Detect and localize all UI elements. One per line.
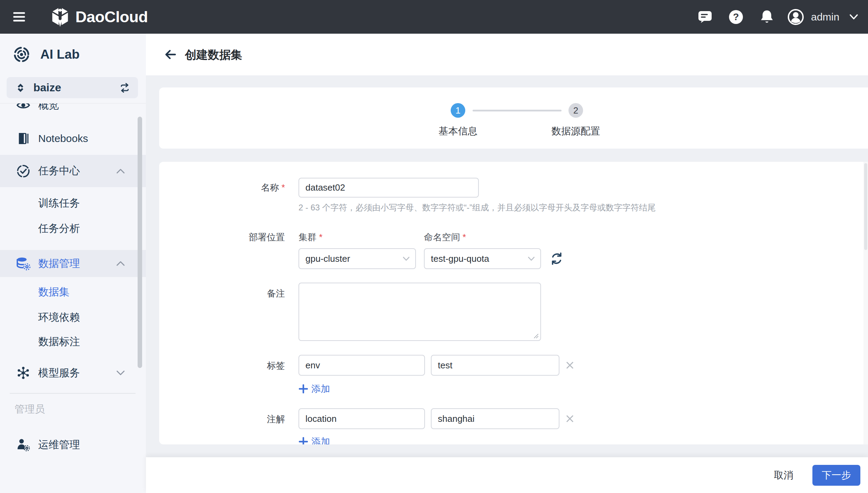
- wizard-footer: 取消 下一步: [146, 457, 868, 493]
- chevron-up-icon: [116, 261, 125, 266]
- label-key-input[interactable]: [298, 355, 425, 376]
- product-name: AI Lab: [40, 47, 80, 62]
- chevron-down-icon: [403, 257, 410, 261]
- create-dataset-form: 名称* 2 - 63 个字符，必须由小写字母、数字字符或“-”组成，并且必须以字…: [159, 162, 868, 444]
- back-button[interactable]: [163, 48, 177, 61]
- label-value-input[interactable]: [431, 355, 559, 376]
- username: admin: [811, 11, 840, 23]
- messages-button[interactable]: [698, 0, 712, 34]
- required-asterisk: *: [319, 232, 322, 242]
- bell-icon: [760, 9, 774, 25]
- annotations-label: 注解: [159, 413, 285, 425]
- ai-lab-icon: [13, 45, 31, 64]
- add-annotation-button[interactable]: 添加: [299, 435, 330, 444]
- name-label: 名称*: [159, 182, 285, 194]
- help-button[interactable]: ?: [728, 0, 744, 34]
- required-asterisk: *: [281, 182, 285, 193]
- svg-text:?: ?: [733, 11, 739, 22]
- workspace-switcher[interactable]: baize: [7, 77, 138, 98]
- chevron-down-icon: [116, 370, 125, 376]
- close-icon: [565, 414, 575, 424]
- workspace-icon: [15, 83, 26, 93]
- refresh-namespace-button[interactable]: [549, 251, 564, 266]
- sidebar-item-overview[interactable]: 概览: [0, 103, 146, 116]
- workspace-name: baize: [33, 81, 119, 94]
- remove-annotation-button[interactable]: [564, 413, 575, 424]
- sidebar-item-data-annotation[interactable]: 数据标注: [0, 332, 146, 351]
- page-header: 创建数据集: [146, 34, 868, 75]
- remark-textarea[interactable]: [298, 283, 541, 341]
- topbar: DaoCloud ?: [0, 0, 868, 34]
- sidebar: AI Lab baize: [0, 34, 146, 493]
- admin-section-label: 管理员: [15, 402, 45, 416]
- ops-management-icon: [16, 437, 31, 452]
- sidebar-item-model-services[interactable]: 模型服务: [0, 358, 146, 387]
- sidebar-divider: [10, 393, 136, 394]
- name-input[interactable]: [298, 178, 479, 198]
- task-center-icon: [16, 164, 31, 178]
- step-1-label: 基本信息: [423, 125, 493, 138]
- sidebar-item-env-dependencies[interactable]: 环境依赖: [0, 308, 146, 327]
- hamburger-menu-icon[interactable]: [13, 12, 25, 22]
- namespace-label: 命名空间*: [424, 231, 466, 243]
- sidebar-item-ops-management[interactable]: 运维管理: [0, 434, 146, 456]
- product-header: AI Lab: [13, 45, 80, 64]
- page-title: 创建数据集: [185, 47, 242, 63]
- help-icon: ?: [728, 9, 744, 25]
- arrow-left-icon: [164, 49, 177, 60]
- step-2-label: 数据源配置: [532, 125, 619, 138]
- brand-name: DaoCloud: [75, 8, 148, 26]
- sidebar-item-task-center[interactable]: 任务中心: [0, 155, 146, 187]
- workspace-swap-icon[interactable]: [119, 83, 130, 93]
- plus-icon: [299, 384, 308, 393]
- step-2-indicator: 2: [568, 103, 583, 118]
- chat-icon: [698, 10, 712, 24]
- required-asterisk: *: [462, 232, 466, 242]
- sidebar-item-datasets[interactable]: 数据集: [0, 283, 146, 301]
- avatar-icon: [787, 9, 804, 25]
- chevron-down-icon: [528, 257, 535, 261]
- model-services-icon: [16, 366, 31, 380]
- annotation-value-input[interactable]: [431, 408, 559, 429]
- notifications-button[interactable]: [760, 0, 774, 34]
- step-connector: [473, 110, 562, 111]
- refresh-icon: [549, 251, 564, 266]
- sidebar-item-notebooks[interactable]: Notebooks: [0, 127, 146, 150]
- sidebar-scrollbar[interactable]: [138, 117, 142, 368]
- deploy-location-label: 部署位置: [159, 231, 285, 243]
- form-scrollbar-track: [863, 162, 868, 444]
- add-label-button[interactable]: 添加: [299, 383, 330, 395]
- sidebar-item-data-management[interactable]: 数据管理: [0, 250, 146, 277]
- namespace-select[interactable]: test-gpu-quota: [424, 248, 541, 269]
- plus-icon: [299, 437, 308, 444]
- chevron-down-icon: [849, 14, 859, 20]
- remove-label-button[interactable]: [564, 360, 575, 371]
- user-menu[interactable]: admin: [787, 0, 859, 34]
- cancel-button[interactable]: 取消: [772, 468, 795, 482]
- next-step-button[interactable]: 下一步: [812, 465, 860, 486]
- eye-icon: [16, 103, 31, 112]
- chevron-up-icon: [116, 168, 125, 174]
- close-icon: [565, 360, 575, 370]
- name-helper-text: 2 - 63 个字符，必须由小写字母、数字字符或“-”组成，并且必须以字母开头及…: [298, 202, 656, 213]
- notebook-icon: [16, 131, 31, 146]
- form-scrollbar-thumb[interactable]: [864, 163, 867, 250]
- labels-label: 标签: [159, 360, 285, 372]
- data-management-icon: [16, 256, 31, 271]
- cluster-select[interactable]: gpu-cluster: [298, 248, 416, 269]
- brand-logo[interactable]: DaoCloud: [50, 0, 148, 34]
- app-root: DaoCloud ?: [0, 0, 868, 493]
- annotation-key-input[interactable]: [298, 408, 425, 429]
- daocloud-cube-icon: [50, 7, 70, 27]
- sidebar-menu: 概览 Notebooks: [0, 103, 146, 430]
- sidebar-item-training-tasks[interactable]: 训练任务: [0, 193, 146, 213]
- step-1-indicator: 1: [451, 103, 465, 118]
- sidebar-item-task-analysis[interactable]: 任务分析: [0, 219, 146, 238]
- cluster-label: 集群*: [298, 231, 322, 243]
- stepper-card: 1 2 基本信息 数据源配置: [159, 87, 868, 149]
- remark-label: 备注: [159, 287, 285, 300]
